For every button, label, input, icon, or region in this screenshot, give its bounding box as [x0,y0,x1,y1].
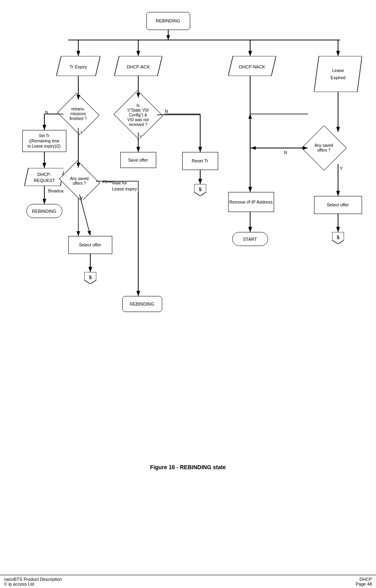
svg-text:5: 5 [336,235,339,240]
svg-marker-40 [24,168,64,186]
connector5-2: 5 [84,272,96,284]
svg-text:Lease: Lease [332,68,344,73]
save-offer-box: Save offer [120,152,156,168]
svg-marker-37 [314,56,362,92]
reset-tr-box: Reset Tr [182,152,218,170]
vsi-y-label: Y [139,134,142,139]
connector5-1: 5 [194,184,206,196]
svg-text:Tr Expiry: Tr Expiry [70,64,87,69]
rebinding-bottom: REBINDING [122,296,162,312]
rebinding-left: REBINDING [26,204,62,218]
svg-text:DHCP-ACK: DHCP-ACK [127,64,150,69]
dhcp-nack: DHCP-NACK [228,56,276,76]
retrans-n-label: N [45,110,48,115]
any-saved-right-y-label: Y [340,166,343,171]
svg-text:Expired: Expired [330,75,345,80]
page-container: REBINDING Tr Expiry DHCP-ACK DHCP-NACK [0,0,376,588]
connector5-3: 5 [332,232,344,244]
remove-ip-box: Remove i/f IP Address [228,192,274,212]
select-offer-left: Select offer [68,236,112,254]
figure-caption: Figure 16 - REBINDING state [4,456,372,478]
footer-right: DHCP Page 48 [356,577,372,586]
any-saved-offers-left-diamond: Any savedoffers ? [64,168,95,194]
svg-text:DHCP-NACK: DHCP-NACK [239,64,265,69]
diagram-area: REBINDING Tr Expiry DHCP-ACK DHCP-NACK [4,8,372,448]
any-saved-right-n-label: N [284,150,287,155]
any-saved-offers-right-diamond: Any savedoffers ? [308,132,340,164]
select-offer-right: Select offer [314,196,362,214]
dhcp-ack: DHCP-ACK [114,56,162,76]
footer-left: nanoBTS Product Description © ip.access … [4,577,62,586]
any-saved-left-y-label: Y [80,196,83,201]
is-static-vsi-diamond: Is!("Static VSIConfig") &VSI was notrece… [120,98,156,132]
wait-lease-expiry: Wait forLease expiry [112,180,137,192]
svg-text:DHCP-: DHCP- [37,172,51,177]
start-terminal: START [232,232,268,246]
dhcp-request: DHCP- REQUEST [24,168,64,186]
retrans-y-label: Y [80,130,83,135]
svg-text:REQUEST: REQUEST [34,178,55,183]
any-saved-left-n-label: N [103,179,107,184]
tr-expiry: Tr Expiry [56,56,100,76]
vsi-n-label: N [165,109,168,114]
svg-text:5: 5 [199,187,201,192]
rebinding-top: REBINDING [146,12,190,30]
lease-expired: Lease Expired [314,56,362,92]
svg-text:5: 5 [89,275,92,280]
retrans-missions-diamond: retrans-missionsfinished ? [62,100,94,128]
footer: nanoBTS Product Description © ip.access … [0,575,376,588]
set-tr-box: Set Tr((Remaining timeto Lease expiry)/2… [22,130,66,152]
